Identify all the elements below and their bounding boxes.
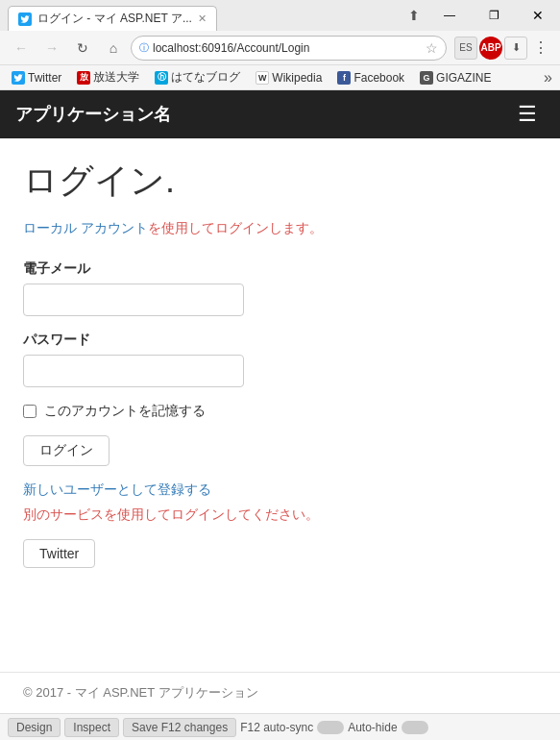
- password-label: パスワード: [23, 332, 537, 349]
- download-icon[interactable]: ⬇: [504, 37, 527, 60]
- local-account-suffix: を使用してログインします。: [148, 220, 323, 235]
- autohide-toggle: Auto-hide: [348, 721, 427, 734]
- hosei-bookmark-icon: 放: [77, 71, 90, 85]
- extensions-icon[interactable]: ES: [454, 37, 477, 60]
- bookmark-hatena[interactable]: ⓗ はてなブログ: [151, 67, 244, 87]
- autohide-label: Auto-hide: [348, 721, 397, 734]
- tabs-area: ログイン - マイ ASP.NET ア... ✕: [0, 0, 401, 31]
- devtools-bar: Design Inspect Save F12 changes F12 auto…: [0, 713, 560, 740]
- remember-label: このアカウントを記憶する: [44, 403, 206, 420]
- email-label: 電子メール: [23, 260, 537, 278]
- system-area: ⬆: [401, 0, 427, 31]
- reload-button[interactable]: ↻: [69, 35, 96, 62]
- autosync-toggle: F12 auto-sync: [240, 721, 344, 734]
- menu-icon[interactable]: ⋮: [529, 37, 552, 60]
- app-navbar: アプリケーション名 ☰: [0, 90, 560, 138]
- login-form: 電子メール パスワード このアカウントを記憶する ログイン: [23, 260, 537, 466]
- back-button[interactable]: ←: [8, 35, 35, 62]
- address-text: localhost:60916/Account/Login: [153, 41, 422, 55]
- external-login-label: 別のサービスを使用してログインしてください。: [23, 506, 319, 522]
- bookmarks-bar: Twitter 放 放送大学 ⓗ はてなブログ W Wikipedia f Fa…: [0, 65, 560, 90]
- email-section: 電子メール: [23, 260, 537, 316]
- tab-title: ログイン - マイ ASP.NET ア...: [37, 11, 192, 27]
- twitter-bookmark-icon: [12, 71, 25, 85]
- save-button[interactable]: Save F12 changes: [123, 718, 236, 737]
- bookmark-wiki-label: Wikipedia: [272, 71, 322, 85]
- home-button[interactable]: ⌂: [100, 35, 127, 62]
- forward-button[interactable]: →: [38, 35, 65, 62]
- wiki-bookmark-icon: W: [256, 71, 269, 85]
- bookmark-hosei[interactable]: 放 放送大学: [73, 67, 143, 87]
- hatena-bookmark-icon: ⓗ: [155, 71, 168, 85]
- email-input[interactable]: [23, 284, 244, 316]
- register-link[interactable]: 新しいユーザーとして登録する: [23, 481, 537, 499]
- gigazine-bookmark-icon: G: [420, 71, 433, 85]
- password-section: パスワード: [23, 332, 537, 387]
- minimize-button[interactable]: —: [427, 0, 472, 31]
- navigation-toolbar: ← → ↻ ⌂ ⓘ localhost:60916/Account/Login …: [0, 31, 560, 65]
- design-button[interactable]: Design: [8, 718, 61, 737]
- bookmark-gigazine[interactable]: G GIGAZINE: [416, 69, 495, 86]
- tab-close-icon[interactable]: ✕: [198, 12, 207, 25]
- address-bar[interactable]: ⓘ localhost:60916/Account/Login ☆: [131, 36, 447, 61]
- bookmark-giga-label: GIGAZINE: [436, 71, 491, 85]
- tab-favicon: [18, 12, 32, 26]
- title-bar: ログイン - マイ ASP.NET ア... ✕ ⬆ — ❐ ✕: [0, 0, 560, 31]
- fb-bookmark-icon: f: [337, 71, 351, 85]
- bookmark-fb-label: Facebook: [353, 71, 404, 85]
- local-account-text: ローカル アカウントを使用してログインします。: [23, 220, 537, 237]
- page-footer: © 2017 - マイ ASP.NET アプリケーション: [0, 672, 560, 713]
- page-title: ログイン.: [23, 158, 537, 205]
- bookmarks-more-icon[interactable]: »: [544, 69, 552, 86]
- maximize-button[interactable]: ❐: [472, 0, 516, 31]
- toolbar-icons: ES ABP ⬇ ⋮: [454, 37, 552, 60]
- autohide-checkbox[interactable]: [402, 721, 428, 734]
- bookmark-wikipedia[interactable]: W Wikipedia: [252, 69, 326, 86]
- window-controls: — ❐ ✕: [427, 0, 560, 31]
- external-login-text: 別のサービスを使用してログインしてください。: [23, 506, 537, 524]
- minimize-icon[interactable]: ⬆: [408, 8, 420, 23]
- twitter-login-button[interactable]: Twitter: [23, 539, 95, 568]
- local-account-link[interactable]: ローカル アカウント: [23, 220, 148, 235]
- bookmark-twitter[interactable]: Twitter: [8, 69, 65, 86]
- autosync-label: F12 auto-sync: [240, 721, 313, 734]
- star-icon[interactable]: ☆: [426, 40, 438, 56]
- bookmark-hosei-label: 放送大学: [93, 69, 139, 86]
- password-input[interactable]: [23, 355, 244, 387]
- bookmark-twitter-label: Twitter: [28, 71, 61, 85]
- close-button[interactable]: ✕: [516, 0, 560, 31]
- app-name: アプリケーション名: [15, 103, 510, 126]
- hamburger-button[interactable]: ☰: [510, 98, 545, 131]
- browser-window: ログイン - マイ ASP.NET ア... ✕ ⬆ — ❐ ✕ ← → ↻ ⌂…: [0, 0, 560, 740]
- secure-icon: ⓘ: [139, 41, 149, 55]
- remember-section: このアカウントを記憶する: [23, 403, 537, 420]
- bookmark-facebook[interactable]: f Facebook: [333, 69, 408, 86]
- page-content: アプリケーション名 ☰ ログイン. ローカル アカウントを使用してログインします…: [0, 90, 560, 713]
- main-content: ログイン. ローカル アカウントを使用してログインします。 電子メール パスワー…: [0, 138, 560, 672]
- adblock-icon[interactable]: ABP: [479, 37, 502, 60]
- bookmark-hatena-label: はてなブログ: [171, 69, 240, 86]
- autosync-checkbox[interactable]: [317, 721, 344, 734]
- login-button[interactable]: ログイン: [23, 435, 110, 466]
- footer-text: © 2017 - マイ ASP.NET アプリケーション: [23, 685, 258, 700]
- inspect-button[interactable]: Inspect: [64, 718, 119, 737]
- remember-checkbox[interactable]: [23, 405, 37, 418]
- browser-tab[interactable]: ログイン - マイ ASP.NET ア... ✕: [8, 6, 217, 31]
